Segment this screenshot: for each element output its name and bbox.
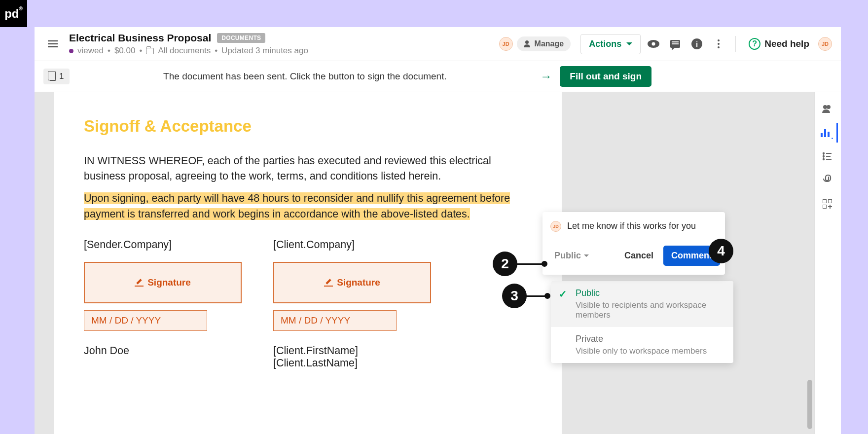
actions-dropdown[interactable]: Actions — [580, 34, 641, 54]
rail-outline[interactable] — [818, 146, 838, 166]
preview-button[interactable] — [645, 35, 662, 53]
rail-apps[interactable] — [818, 194, 838, 214]
header-bar: Electrical Business Proposal DOCUMENTS v… — [35, 27, 841, 61]
svg-rect-5 — [826, 156, 831, 157]
divider — [735, 36, 736, 52]
comment-author-avatar: JD — [550, 221, 561, 232]
annotation-bubble-2: 2 — [493, 252, 517, 276]
client-date-field[interactable]: MM / DD / YYYY — [273, 310, 397, 331]
client-name-token: [Client.FirstName] [Client.LastName] — [273, 345, 431, 369]
chevron-down-icon — [584, 254, 589, 257]
client-company-token: [Client.Company] — [273, 239, 431, 251]
more-button[interactable] — [710, 35, 727, 53]
rail-analytics[interactable] — [818, 123, 838, 143]
eye-icon — [648, 40, 659, 48]
folder-name[interactable]: All documents — [158, 46, 211, 56]
menu-button[interactable] — [43, 35, 62, 53]
help-icon: ? — [749, 38, 760, 50]
comments-button[interactable] — [666, 35, 684, 53]
brand-logo: pd® — [0, 0, 27, 27]
header-right: JD Manage Actions i ? Need help JD — [499, 34, 832, 54]
right-rail — [814, 92, 841, 434]
visibility-dropdown[interactable]: Public — [551, 249, 592, 263]
arrow-right-icon: → — [540, 70, 552, 83]
document-title: Electrical Business Proposal — [69, 32, 211, 44]
annotation-connector — [525, 295, 545, 297]
manage-button[interactable]: Manage — [517, 36, 571, 51]
sender-signature-field[interactable]: Signature — [84, 262, 242, 303]
section-heading: Signoff & Acceptance — [84, 117, 532, 136]
notice-text: The document has been sent. Click the bu… — [77, 71, 532, 82]
person-plus-icon — [524, 40, 532, 47]
price-text: $0.00 — [114, 46, 136, 56]
sender-name: John Doe — [84, 345, 242, 357]
chat-icon — [670, 40, 680, 48]
avatar[interactable]: JD — [499, 37, 513, 51]
info-button[interactable]: i — [688, 35, 706, 53]
info-icon: i — [691, 38, 702, 49]
visibility-options-menu: ✓ Public Visible to recipients and works… — [551, 281, 733, 363]
checkmark-icon: ✓ — [559, 288, 567, 300]
document-meta: viewed • $0.00 • All documents • Updated… — [69, 46, 492, 56]
header-center: Electrical Business Proposal DOCUMENTS v… — [69, 32, 492, 56]
hamburger-icon — [48, 38, 58, 49]
comment-text-input[interactable]: Let me know if this works for you — [567, 221, 717, 232]
visibility-option-public[interactable]: ✓ Public Visible to recipients and works… — [551, 281, 733, 327]
paragraph-1: IN WITNESS WHEREOF, each of the parties … — [84, 153, 532, 184]
rail-attachments[interactable] — [818, 170, 838, 190]
people-icon — [822, 105, 832, 113]
client-column: [Client.Company] Signature MM / DD / YYY… — [273, 239, 431, 380]
annotation-bubble-3: 3 — [502, 284, 527, 308]
scrollbar[interactable] — [807, 380, 812, 429]
annotation-connector — [515, 263, 542, 265]
visibility-option-private[interactable]: Private Visible only to workspace member… — [551, 327, 733, 363]
sender-column: [Sender.Company] Signature MM / DD / YYY… — [84, 239, 242, 380]
user-avatar[interactable]: JD — [818, 37, 832, 51]
signature-icon — [135, 279, 144, 287]
ordered-list-icon — [822, 152, 832, 161]
pages-icon — [49, 72, 56, 81]
folder-icon — [146, 48, 154, 54]
cancel-button[interactable]: Cancel — [618, 246, 659, 266]
client-signature-field[interactable]: Signature — [273, 262, 431, 303]
status-text: viewed — [77, 46, 104, 56]
comment-popover: JD Let me know if this works for you Pub… — [542, 212, 725, 275]
annotation-dot — [544, 293, 550, 299]
paperclip-icon — [822, 174, 832, 186]
rail-people[interactable] — [818, 99, 838, 119]
more-vertical-icon — [718, 39, 720, 48]
chevron-down-icon — [626, 42, 632, 45]
annotation-bubble-4: 4 — [709, 239, 733, 263]
svg-rect-6 — [826, 159, 832, 160]
page-count[interactable]: 1 — [43, 69, 70, 84]
paragraph-2-highlighted: Upon signing, each party will have 48 ho… — [84, 191, 532, 221]
grid-plus-icon — [823, 199, 832, 209]
signature-row: [Sender.Company] Signature MM / DD / YYY… — [84, 239, 532, 380]
document-type-badge: DOCUMENTS — [217, 33, 265, 43]
status-dot-icon — [69, 49, 73, 53]
updated-text: Updated 3 minutes ago — [221, 46, 308, 56]
signature-icon — [324, 279, 333, 287]
sender-date-field[interactable]: MM / DD / YYYY — [84, 310, 207, 331]
svg-rect-4 — [826, 153, 832, 154]
document-page: Signoff & Acceptance IN WITNESS WHEREOF,… — [54, 92, 562, 434]
fill-sign-button[interactable]: Fill out and sign — [560, 66, 651, 87]
toolbar: 1 The document has been sent. Click the … — [35, 61, 841, 92]
sender-company-token: [Sender.Company] — [84, 239, 242, 251]
help-button[interactable]: ? Need help — [744, 38, 814, 50]
annotation-dot — [542, 261, 547, 267]
bar-chart-icon — [821, 128, 833, 137]
